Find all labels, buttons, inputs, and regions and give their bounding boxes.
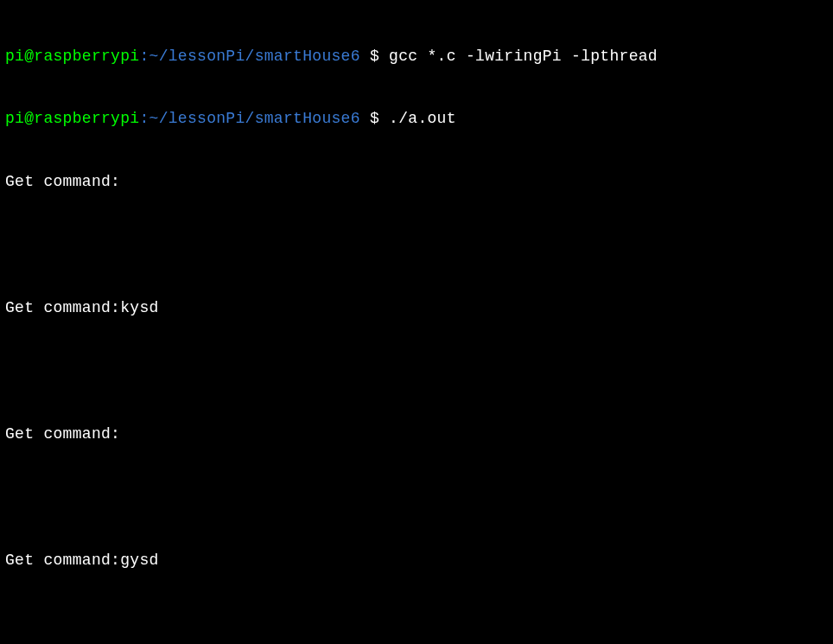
terminal-window[interactable]: pi@raspberrypi:~/lessonPi/smartHouse6 $ …: [5, 3, 828, 644]
output-line: [5, 613, 828, 634]
prompt-dollar: $: [370, 48, 389, 65]
output-line: Get command:: [5, 171, 828, 192]
prompt-line-2: pi@raspberrypi:~/lessonPi/smartHouse6 $ …: [5, 108, 828, 129]
prompt-separator: :: [139, 110, 149, 127]
command-gcc: gcc *.c -lwiringPi -lpthread: [389, 48, 658, 65]
prompt-line-1: pi@raspberrypi:~/lessonPi/smartHouse6 $ …: [5, 46, 828, 67]
prompt-separator: :: [139, 48, 149, 65]
output-line: [5, 234, 828, 255]
prompt-user: pi@raspberrypi: [5, 48, 139, 65]
output-line: Get command:kysd: [5, 297, 828, 318]
prompt-path: ~/lessonPi/smartHouse6: [149, 48, 370, 65]
output-line: [5, 360, 828, 381]
command-run: ./a.out: [389, 110, 456, 127]
prompt-path: ~/lessonPi/smartHouse6: [149, 110, 370, 127]
output-line: [5, 487, 828, 507]
output-line: Get command:: [5, 424, 828, 444]
prompt-dollar: $: [370, 110, 389, 127]
output-line: Get command:gysd: [5, 550, 828, 571]
prompt-user: pi@raspberrypi: [5, 110, 139, 127]
